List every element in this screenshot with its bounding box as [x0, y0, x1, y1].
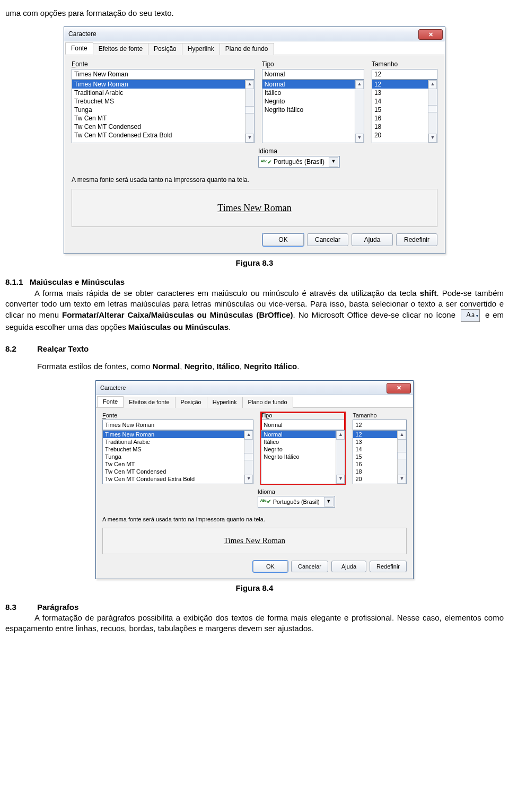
help-button[interactable]: Ajuda: [352, 233, 393, 246]
help-button[interactable]: Ajuda: [331, 561, 366, 572]
tab-hyperlink[interactable]: Hyperlink: [182, 43, 220, 55]
scroll-up-icon[interactable]: ▲: [398, 431, 406, 440]
scroll-up-icon[interactable]: ▲: [245, 80, 254, 89]
tamanho-listbox[interactable]: 12 13 14 15 16 18 20 ▲ ▼: [372, 80, 437, 143]
list-item[interactable]: 18: [372, 123, 428, 131]
tipo-listbox[interactable]: Normal Itálico Negrito Negrito Itálico ▲…: [262, 80, 364, 143]
list-item[interactable]: 13: [372, 89, 428, 97]
font-listbox[interactable]: Times New Roman Traditional Arabic Trebu…: [102, 430, 253, 484]
list-item[interactable]: Normal: [262, 80, 355, 89]
list-item[interactable]: 13: [353, 438, 398, 446]
scroll-down-icon[interactable]: ▼: [398, 475, 406, 484]
reset-button[interactable]: Redefinir: [396, 233, 437, 246]
list-item[interactable]: 16: [372, 114, 428, 123]
scroll-thumb[interactable]: [244, 453, 253, 460]
tipo-input[interactable]: [261, 420, 345, 430]
list-item[interactable]: 16: [353, 460, 398, 468]
reset-button[interactable]: Redefinir: [370, 561, 407, 572]
list-item[interactable]: 14: [353, 446, 398, 453]
font-preview: Times New Roman: [72, 189, 437, 227]
list-item[interactable]: 18: [353, 468, 398, 475]
scroll-down-icon[interactable]: ▼: [245, 134, 254, 143]
scroll-down-icon[interactable]: ▼: [355, 134, 364, 143]
list-item[interactable]: Negrito: [261, 446, 336, 453]
scroll-thumb[interactable]: [428, 105, 437, 112]
tab-fonte[interactable]: Fonte: [65, 42, 93, 55]
ok-button[interactable]: OK: [253, 561, 288, 572]
list-item[interactable]: Tw Cen MT Condensed: [103, 468, 244, 475]
list-item[interactable]: 14: [372, 97, 428, 106]
list-item[interactable]: Trebuchet MS: [72, 97, 245, 106]
cancel-button[interactable]: Cancelar: [291, 561, 328, 572]
scroll-down-icon[interactable]: ▼: [244, 475, 253, 484]
scroll-down-icon[interactable]: ▼: [428, 134, 437, 143]
tab-plano-fundo[interactable]: Plano de fundo: [242, 397, 293, 408]
tab-fonte[interactable]: Fonte: [97, 396, 124, 407]
ok-button[interactable]: OK: [262, 233, 304, 246]
tamanho-input[interactable]: [353, 420, 407, 430]
list-item[interactable]: Tw Cen MT: [72, 114, 245, 123]
chevron-down-icon[interactable]: ▼: [324, 497, 334, 507]
font-input[interactable]: [102, 420, 253, 430]
list-item[interactable]: 15: [372, 106, 428, 114]
scrollbar[interactable]: ▲ ▼: [244, 431, 253, 484]
list-item[interactable]: Normal: [261, 431, 336, 438]
tamanho-listbox[interactable]: 12 13 14 15 16 18 20 ▲ ▼: [353, 430, 407, 484]
tipo-listbox[interactable]: Normal Itálico Negrito Negrito Itálico ▲…: [261, 430, 345, 484]
scroll-up-icon[interactable]: ▲: [428, 80, 437, 89]
list-item[interactable]: Tunga: [72, 106, 245, 114]
list-item[interactable]: Tw Cen MT Condensed: [72, 123, 245, 131]
scroll-thumb[interactable]: [245, 106, 254, 113]
list-item[interactable]: Negrito: [262, 97, 355, 106]
scroll-up-icon[interactable]: ▲: [244, 431, 253, 440]
tipo-input[interactable]: [262, 69, 364, 80]
list-item[interactable]: 12: [372, 80, 428, 89]
label-tipo: Tipo: [261, 412, 345, 418]
tab-efeitos[interactable]: Efeitos de fonte: [93, 43, 148, 55]
idioma-combo[interactable]: ᴬᴮᶜ✔ Português (Brasil) ▼: [258, 496, 335, 508]
font-listbox[interactable]: Times New Roman Traditional Arabic Trebu…: [72, 80, 254, 143]
tabbar: Fonte Efeitos de fonte Posição Hyperlink…: [96, 395, 413, 408]
list-item[interactable]: Itálico: [261, 438, 336, 446]
scrollbar[interactable]: ▲ ▼: [397, 431, 406, 484]
list-item[interactable]: Times New Roman: [103, 431, 244, 438]
close-icon[interactable]: ✕: [387, 383, 411, 394]
chevron-down-icon[interactable]: ▼: [329, 157, 338, 167]
list-item[interactable]: Tw Cen MT Condensed Extra Bold: [103, 475, 244, 483]
list-item[interactable]: 20: [372, 131, 428, 139]
list-item[interactable]: Negrito Itálico: [262, 106, 355, 114]
scrollbar[interactable]: ▲ ▼: [428, 80, 437, 143]
scroll-up-icon[interactable]: ▲: [336, 431, 345, 440]
tab-posicao[interactable]: Posição: [175, 397, 207, 408]
scrollbar[interactable]: ▲ ▼: [355, 80, 364, 143]
label-tamanho: Tamanho: [372, 60, 437, 68]
cancel-button[interactable]: Cancelar: [307, 233, 348, 246]
scrollbar[interactable]: ▲ ▼: [336, 431, 345, 484]
list-item[interactable]: Trebuchet MS: [103, 446, 244, 453]
list-item[interactable]: 15: [353, 453, 398, 460]
tab-hyperlink[interactable]: Hyperlink: [207, 397, 243, 408]
scroll-up-icon[interactable]: ▲: [355, 80, 364, 89]
label-fonte: Fonte: [72, 60, 254, 68]
scroll-down-icon[interactable]: ▼: [336, 475, 345, 484]
tab-plano-fundo[interactable]: Plano de fundo: [220, 43, 274, 55]
scroll-thumb[interactable]: [397, 452, 407, 459]
tab-posicao[interactable]: Posição: [148, 43, 182, 55]
idioma-combo[interactable]: ᴬᴮᶜ✔ Português (Brasil) ▼: [258, 156, 340, 168]
list-item[interactable]: 12: [353, 431, 398, 438]
list-item[interactable]: Tw Cen MT: [103, 460, 244, 468]
scrollbar[interactable]: ▲ ▼: [245, 80, 254, 143]
close-icon[interactable]: ✕: [418, 29, 443, 40]
list-item[interactable]: 20: [353, 475, 398, 483]
list-item[interactable]: Negrito Itálico: [261, 453, 336, 460]
list-item[interactable]: Traditional Arabic: [72, 89, 245, 97]
font-input[interactable]: [72, 69, 254, 80]
list-item[interactable]: Tw Cen MT Condensed Extra Bold: [72, 131, 245, 139]
list-item[interactable]: Itálico: [262, 89, 355, 97]
list-item[interactable]: Traditional Arabic: [103, 438, 244, 446]
list-item[interactable]: Tunga: [103, 453, 244, 460]
section-83: 8.3Parágrafos A formatação de parágrafos…: [5, 602, 504, 634]
tab-efeitos[interactable]: Efeitos de fonte: [123, 397, 175, 408]
list-item[interactable]: Times New Roman: [72, 80, 245, 89]
tamanho-input[interactable]: [372, 69, 437, 80]
